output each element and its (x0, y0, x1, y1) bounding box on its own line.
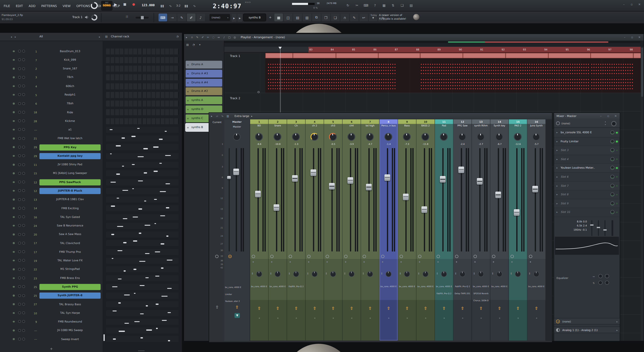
mixer-track-knob[interactable] (422, 133, 429, 141)
channel-volume-knob[interactable] (22, 189, 25, 192)
channel-volume-knob[interactable] (22, 84, 25, 87)
mixer-track-percu-n-bus[interactable]: 8 Percu..n bus -1.4 ↕ bx_cons..4000 E ⇧ (380, 119, 398, 341)
slot-plugin-name[interactable]: Slot 6 (561, 175, 568, 179)
browser-channel-row[interactable]: 12 JUPITER-8 Pluck (0, 187, 103, 195)
insert-plugin-label[interactable]: bx_cons..4000 E (269, 284, 287, 291)
mixer-slot-2[interactable]: ▸ Fruity Limiter (554, 137, 620, 146)
pat-mode-label[interactable]: PAT (101, 2, 112, 4)
mixer-stereo-knob[interactable] (404, 271, 410, 277)
current-mini-fader[interactable] (229, 148, 230, 252)
channel-pan-knob[interactable] (18, 329, 21, 332)
channel-enable-led[interactable] (13, 59, 14, 61)
channel-volume-knob[interactable] (22, 312, 25, 314)
output-arrow[interactable]: ▸ (616, 329, 618, 331)
mixer-stereo-knob[interactable] (441, 271, 447, 277)
browser-channel-row[interactable]: 20 Saw A Saw Mass (0, 230, 103, 239)
mixer-select-dot[interactable] (271, 261, 272, 263)
mixer-track-knob[interactable] (292, 133, 300, 141)
mixer-track-juno-synth[interactable]: 16 Juno Synth -5.7 ↕ bx_cons..4000 E ⇧ (527, 119, 546, 341)
filter-dropdown-arrow[interactable]: ▸ (99, 35, 100, 38)
channel-volume-knob[interactable] (22, 102, 25, 105)
mixer-stereo-knob[interactable] (422, 271, 428, 277)
channel-volume-knob[interactable] (22, 128, 25, 131)
eq-knob-1[interactable] (598, 274, 602, 278)
track1-record-dot[interactable] (258, 91, 260, 93)
playlist-menu-arrow[interactable]: ▸ (184, 35, 189, 40)
slot-menu-arrow[interactable]: ▸ (556, 193, 558, 196)
wave-icon[interactable]: ∿ (220, 113, 225, 119)
channel-pan-knob[interactable] (18, 250, 21, 253)
channel-volume-knob[interactable] (22, 119, 25, 122)
channel-enable-led[interactable] (13, 207, 14, 209)
route-to-master-arrow[interactable]: ⇧ (472, 306, 490, 311)
next-group-arrow[interactable]: ▸ (15, 35, 16, 38)
channel-pan-knob[interactable] (18, 76, 21, 79)
pattern-preview-row[interactable] (106, 221, 178, 230)
slot-mix-knob[interactable] (610, 130, 614, 134)
browser-channel-row[interactable]: 9 FM8 Roundwound (0, 318, 103, 326)
mixer-stereo-knob[interactable] (256, 271, 262, 277)
stereo-separator-icon[interactable]: ↕ (492, 272, 494, 275)
channel-volume-knob[interactable] (22, 76, 25, 79)
brush-tool[interactable]: ✐ (200, 35, 206, 40)
typing-keyboard-toggle[interactable]: ⌨ (158, 13, 167, 21)
current-route-arrow[interactable]: ⇧ (210, 305, 224, 310)
browser-channel-row[interactable]: 21 FM8 Wet low latch (0, 134, 103, 143)
channel-pan-knob[interactable] (18, 119, 21, 122)
mixer-slot-4[interactable]: ▸ Slot 4 (554, 155, 620, 164)
pattern-preview-row[interactable] (106, 309, 178, 318)
playlist-scrollbar[interactable] (641, 47, 644, 341)
insert-plugin-label[interactable]: bx_cons..4000 E (472, 284, 490, 291)
panel-preset-selector[interactable]: (none) ▴▾ (554, 119, 620, 128)
menu-file[interactable]: FILE (1, 4, 13, 7)
track2-label[interactable]: Track 2 (230, 97, 240, 100)
channel-enable-led[interactable] (13, 164, 14, 166)
pattern-item[interactable]: ≡Drums A #2 (186, 87, 222, 95)
browser-channel-row[interactable]: 23 FM8 Brass Ens (0, 274, 103, 283)
master-output-arrow[interactable]: ▼ (234, 313, 240, 318)
channel-pan-knob[interactable] (18, 268, 21, 271)
mixer-stereo-knob[interactable] (293, 271, 299, 277)
insert-plugin-label[interactable]: bx_cons..4000 E (250, 284, 268, 291)
channel-pan-knob[interactable] (18, 233, 21, 236)
playlist-toggle[interactable]: ▦ (274, 13, 283, 21)
play-button[interactable]: ▶ (114, 2, 117, 6)
mixer-select-dot[interactable] (252, 261, 254, 263)
mixer-fader-track[interactable] (350, 148, 351, 252)
insert-plugin-label[interactable]: bx_cons..4000 E (416, 284, 434, 291)
mixer-size-label[interactable]: Extra large (234, 114, 249, 118)
browser-channel-row[interactable]: --- Sweep Invert (0, 335, 103, 344)
mixer-track-knob[interactable] (477, 133, 485, 141)
mixer-stereo-knob[interactable] (460, 271, 465, 277)
pattern-preview-row[interactable] (106, 213, 178, 221)
route-to-master-arrow[interactable]: ⇧ (361, 306, 379, 311)
slot-menu-arrow[interactable]: ▸ (556, 148, 558, 151)
mixer-track-ch[interactable]: 3 Ch -1.3 ↕ FabFilt..Pro-Q 2 ⇧ (287, 119, 306, 341)
channel-name[interactable]: TAL Clavichord (40, 240, 100, 246)
channel-name[interactable]: a1 (40, 127, 100, 133)
master-plugin-label[interactable]: bx_cons..4000 E (225, 285, 250, 292)
mixer-select-dot[interactable] (308, 261, 309, 263)
snap-selector[interactable]: (none) ▾ (210, 14, 230, 21)
channel-name[interactable]: JUPITER-8 1981 Clav (40, 197, 100, 203)
mixer-fader-handle[interactable] (329, 183, 335, 190)
browser-channel-row[interactable]: 2 Snare_167 (0, 64, 103, 73)
pattern-clip[interactable]: ×Drums A (506, 53, 548, 58)
channel-pan-knob[interactable] (18, 172, 21, 175)
channel-name[interactable]: TAL Water Love FX (40, 258, 100, 264)
step-edit-icon[interactable]: → (168, 13, 176, 21)
browser-channel-row[interactable]: 3 78ch (0, 73, 103, 82)
insert-plugin-label[interactable]: SP2016 Reverb (472, 291, 490, 298)
pattern-preview-row[interactable] (106, 178, 178, 187)
mixer-fader-track[interactable] (461, 148, 462, 252)
stereo-separator-icon[interactable]: ↕ (270, 272, 272, 275)
browser-toggle[interactable]: ⧉ (312, 13, 321, 21)
channel-volume-knob[interactable] (22, 163, 25, 166)
insert-plugin-label[interactable]: bx_cons..4000 E (435, 284, 453, 291)
mixer-fader-handle[interactable] (477, 178, 482, 185)
mixer-select-dot[interactable] (290, 261, 291, 263)
mixer-track-knob[interactable] (458, 133, 466, 141)
slot-mix-knob[interactable] (610, 201, 614, 205)
mixer-select-dot[interactable] (438, 261, 438, 263)
slot-mix-knob[interactable] (610, 210, 614, 214)
